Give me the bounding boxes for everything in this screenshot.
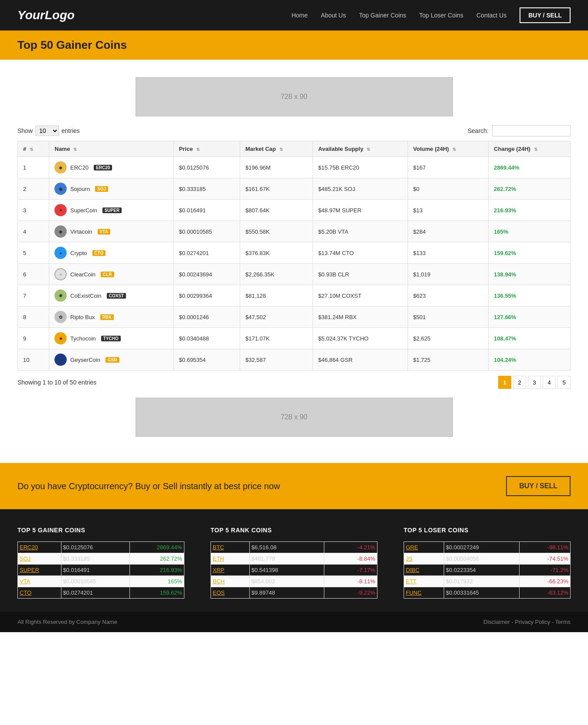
footer-coin-symbol[interactable]: BCH — [211, 576, 250, 587]
disclaimer-link[interactable]: Disclaimer — [483, 619, 510, 625]
privacy-link[interactable]: Privacy Policy — [515, 619, 550, 625]
footer-coin-symbol[interactable]: GRE — [404, 542, 444, 553]
col-price[interactable]: Price ⇅ — [173, 141, 240, 157]
footer-loser-row: FUNC $0.00331645 -63.12% — [404, 587, 571, 599]
page-3-button[interactable]: 3 — [528, 376, 541, 389]
rank-cell: 5 — [18, 242, 49, 264]
col-change[interactable]: Change (24H) ⇅ — [489, 141, 571, 157]
nav-top-gainer[interactable]: Top Gainer Coins — [359, 12, 406, 19]
footer-loser-row: ETT $0.017932 -66.23% — [404, 576, 571, 587]
nav-top-loser[interactable]: Top Loser Coins — [419, 12, 463, 19]
rank-cell: 4 — [18, 221, 49, 242]
coin-tag: GSR — [105, 357, 119, 363]
copyright: All Rights Reserved by Company Name — [17, 619, 117, 625]
sort-icon: ⇅ — [534, 147, 537, 152]
footer-rank-section: TOP 5 RANK COINS BTC $6,516.08 -4.21% ET… — [211, 527, 377, 599]
market-cap-cell: $196.96M — [240, 157, 313, 178]
footer-coin-price: $0.00027249 — [444, 542, 519, 553]
footer-coin-symbol[interactable]: SUPER — [18, 565, 61, 576]
footer-coin-change: 159.62% — [129, 587, 184, 599]
footer-loser-table: GRE $0.00027249 -98.11% JS $0.00504056 -… — [404, 541, 571, 599]
name-cell: ○ ClearCoin CLR — [49, 264, 173, 285]
footer-coin-symbol[interactable]: CTO — [18, 587, 61, 599]
footer-coin-symbol[interactable]: VTA — [18, 576, 61, 587]
footer-gainer-table: ERC20 $0.0125076 2869.44% SOJ $0.333185 … — [17, 541, 184, 599]
footer-coin-price: $0.00504056 — [444, 553, 519, 565]
price-cell: $0.695354 — [173, 349, 240, 371]
page-2-button[interactable]: 2 — [513, 376, 526, 389]
footer-coin-symbol[interactable]: SOJ — [18, 553, 61, 565]
rank-cell: 3 — [18, 200, 49, 221]
showing-text: Showing 1 to 10 of 50 entries — [17, 379, 96, 386]
footer-links: Disclaimer - Privacy Policy - Terms — [483, 619, 571, 625]
footer-rank-row: EOS $9.89748 -9.22% — [211, 587, 377, 599]
change-cell: 165% — [489, 221, 571, 242]
sort-icon: ⇅ — [196, 147, 200, 152]
footer-rank-row: XRP $0.541398 -7.17% — [211, 565, 377, 576]
nav-home[interactable]: Home — [292, 12, 308, 19]
supply-cell: $381.24M RBX — [313, 306, 408, 328]
change-cell: 104.24% — [489, 349, 571, 371]
page-5-button[interactable]: 5 — [557, 376, 571, 389]
change-cell: 216.93% — [489, 200, 571, 221]
coins-table: # ⇅ Name ⇅ Price ⇅ Market Cap ⇅ Availabl… — [17, 141, 571, 371]
coin-name: Virtacoin — [70, 228, 92, 235]
col-volume[interactable]: Volume (24H) ⇅ — [408, 141, 488, 157]
footer-coin-price: $0.0274201 — [61, 587, 129, 599]
rank-cell: 2 — [18, 178, 49, 200]
footer-coin-symbol[interactable]: ERC20 — [18, 542, 61, 553]
terms-link[interactable]: Terms — [555, 619, 571, 625]
coin-tag: RBX — [100, 314, 114, 320]
ad-banner-bottom: 728 x 90 — [136, 398, 453, 437]
ad-banner-top: 728 x 90 — [136, 77, 453, 116]
volume-cell: $13 — [408, 200, 488, 221]
price-cell: $0.0001246 — [173, 306, 240, 328]
footer-coin-change: -66.23% — [519, 576, 570, 587]
header-buy-sell-button[interactable]: BUY / SELL — [520, 7, 571, 23]
col-name[interactable]: Name ⇅ — [49, 141, 173, 157]
footer-coin-symbol[interactable]: EOS — [211, 587, 250, 599]
footer-coin-price: $0.541398 — [249, 565, 324, 576]
name-cell: ★ Tychocoin TYCHO — [49, 328, 173, 349]
footer-coin-change: -8.84% — [324, 553, 377, 565]
coin-tag: COXST — [107, 293, 126, 299]
nav-contact[interactable]: Contact Us — [476, 12, 506, 19]
name-cell: ◎ GeyserCoin GSR — [49, 349, 173, 371]
table-header: # ⇅ Name ⇅ Price ⇅ Market Cap ⇅ Availabl… — [18, 141, 571, 157]
footer-coin-price: $0.0223354 — [444, 565, 519, 576]
table-row: 4 ◆ Virtacoin VTA $0.00010585 $550.58K $… — [18, 221, 571, 242]
nav-about[interactable]: About Us — [321, 12, 346, 19]
page-4-button[interactable]: 4 — [543, 376, 556, 389]
name-cell: ● Crypto CTO — [49, 242, 173, 264]
footer-coin-symbol[interactable]: ETH — [211, 553, 250, 565]
supply-cell: $5.20B VTA — [313, 221, 408, 242]
supply-cell: $0.93B CLR — [313, 264, 408, 285]
table-row: 8 ✿ Ripto Bux RBX $0.0001246 $47,502 $38… — [18, 306, 571, 328]
col-rank[interactable]: # ⇅ — [18, 141, 49, 157]
navigation: Home About Us Top Gainer Coins Top Loser… — [292, 7, 571, 23]
col-market-cap[interactable]: Market Cap ⇅ — [240, 141, 313, 157]
footer-coin-price: $854.002 — [249, 576, 324, 587]
footer-gainer-row: SUPER $0.016491 216.93% — [18, 565, 184, 576]
footer-rank-row: BCH $854.002 -8.11% — [211, 576, 377, 587]
name-cell: ◉ Sojourn SOJ — [49, 178, 173, 200]
footer-coin-symbol[interactable]: FUNC — [404, 587, 444, 599]
page-1-button[interactable]: 1 — [498, 376, 511, 389]
footer-coin-symbol[interactable]: JS — [404, 553, 444, 565]
footer-coin-change: 216.93% — [129, 565, 184, 576]
footer-coin-symbol[interactable]: BTC — [211, 542, 250, 553]
coin-icon: ❋ — [54, 289, 67, 302]
entries-select[interactable]: 10 25 50 100 — [35, 126, 59, 136]
footer-coin-symbol[interactable]: ETT — [404, 576, 444, 587]
coin-name: ERC20 — [70, 164, 88, 171]
change-cell: 136.55% — [489, 285, 571, 306]
rank-cell: 1 — [18, 157, 49, 178]
show-entries: Show 10 25 50 100 entries — [17, 126, 80, 136]
search-input[interactable] — [492, 125, 571, 136]
cta-buy-sell-button[interactable]: BUY / SELL — [506, 476, 571, 496]
footer-coin-change: -7.17% — [324, 565, 377, 576]
footer-coin-change: -98.11% — [519, 542, 570, 553]
col-supply[interactable]: Available Supply ⇅ — [313, 141, 408, 157]
footer-coin-symbol[interactable]: XRP — [211, 565, 250, 576]
footer-coin-symbol[interactable]: DIBC — [404, 565, 444, 576]
